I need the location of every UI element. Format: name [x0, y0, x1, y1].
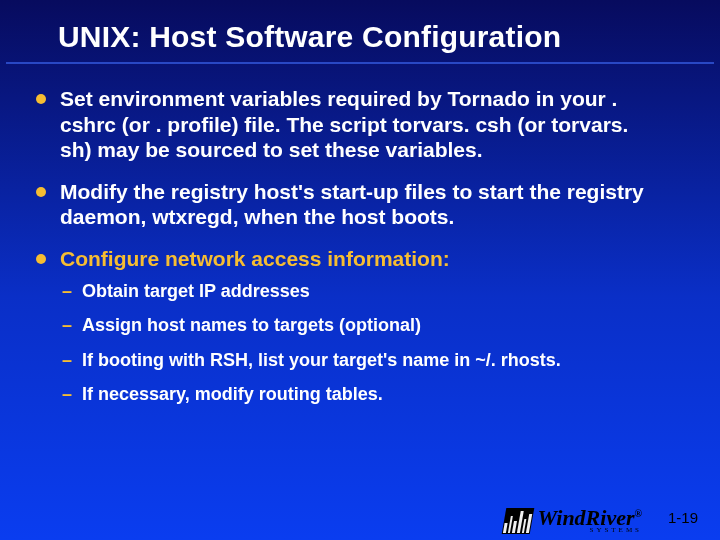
bullet-item: Modify the registry host's start-up file… [36, 179, 662, 230]
sub-bullet-text: Obtain target IP addresses [82, 280, 310, 303]
sub-bullet-item: – If necessary, modify routing tables. [62, 383, 662, 406]
sub-bullet-list: – Obtain target IP addresses – Assign ho… [62, 280, 662, 406]
page-number: 1-19 [668, 509, 698, 526]
dash-icon: – [62, 314, 72, 337]
slide-title: UNIX: Host Software Configuration [0, 0, 720, 56]
dash-icon: – [62, 349, 72, 372]
sub-bullet-text: If booting with RSH, list your target's … [82, 349, 561, 372]
bullet-item: Set environment variables required by To… [36, 86, 662, 163]
slide: UNIX: Host Software Configuration Set en… [0, 0, 720, 540]
slide-body: Set environment variables required by To… [0, 64, 720, 406]
bullet-dot-icon [36, 254, 46, 264]
bullet-text: Modify the registry host's start-up file… [60, 179, 662, 230]
bullet-text: Set environment variables required by To… [60, 86, 662, 163]
bullet-dot-icon [36, 187, 46, 197]
dash-icon: – [62, 383, 72, 406]
sub-bullet-item: – Obtain target IP addresses [62, 280, 662, 303]
sub-bullet-item: – If booting with RSH, list your target'… [62, 349, 662, 372]
sub-bullet-text: If necessary, modify routing tables. [82, 383, 383, 406]
sub-bullet-text: Assign host names to targets (optional) [82, 314, 421, 337]
dash-icon: – [62, 280, 72, 303]
bullet-text-highlight: Configure network access information: [60, 246, 450, 272]
brand-text: WindRiver® SYSTEMS [538, 507, 642, 534]
brand-logo: WindRiver® SYSTEMS [504, 507, 642, 534]
bullet-dot-icon [36, 94, 46, 104]
bullet-item: Configure network access information: [36, 246, 662, 272]
logo-bars-icon [501, 508, 534, 534]
registered-icon: ® [635, 508, 642, 519]
sub-bullet-item: – Assign host names to targets (optional… [62, 314, 662, 337]
